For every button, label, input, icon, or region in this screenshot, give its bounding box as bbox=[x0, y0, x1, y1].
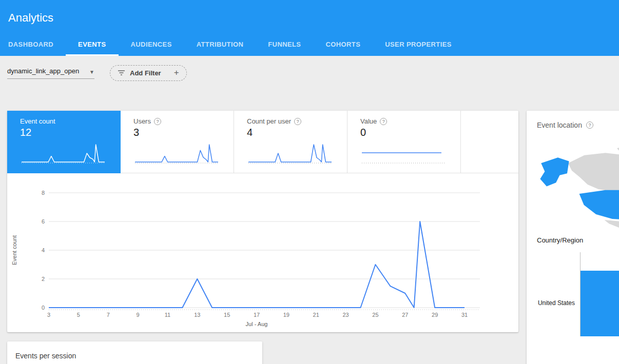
events-per-session-title: Events per session bbox=[15, 352, 254, 360]
metric-value: 3 bbox=[133, 127, 225, 138]
svg-text:21: 21 bbox=[313, 312, 319, 318]
country-bar-chart: United States bbox=[527, 252, 619, 336]
filter-list-icon bbox=[118, 70, 125, 76]
metric-card-event-count[interactable]: Event count12 bbox=[7, 111, 121, 173]
svg-text:0: 0 bbox=[42, 305, 45, 311]
tab-cohorts[interactable]: COHORTS bbox=[313, 33, 373, 56]
metric-row: Event count12Users?3Count per user?4Valu… bbox=[7, 111, 518, 173]
help-icon[interactable]: ? bbox=[294, 118, 301, 125]
metric-label: Value bbox=[360, 117, 377, 125]
app-title: Analytics bbox=[0, 0, 619, 33]
tab-audiences[interactable]: AUDIENCES bbox=[119, 33, 184, 56]
map-region-united-states[interactable] bbox=[579, 190, 619, 220]
metric-sparkline bbox=[360, 139, 448, 166]
events-metrics-card: Event count12Users?3Count per user?4Valu… bbox=[7, 111, 518, 332]
svg-text:9: 9 bbox=[137, 312, 140, 318]
help-icon[interactable]: ? bbox=[586, 122, 593, 129]
event-count-chart: Event count 0246835791113151719212325272… bbox=[7, 173, 518, 331]
y-axis-label: Event count bbox=[11, 235, 17, 265]
plus-icon: + bbox=[174, 68, 179, 78]
svg-text:23: 23 bbox=[342, 312, 349, 318]
dropdown-caret-icon: ▼ bbox=[89, 70, 94, 75]
filter-bar: dynamic_link_app_open ▼ Add Filter + bbox=[0, 56, 619, 90]
svg-text:29: 29 bbox=[432, 312, 438, 318]
metric-card-users[interactable]: Users?3 bbox=[121, 111, 234, 173]
svg-text:3: 3 bbox=[47, 312, 50, 318]
help-icon[interactable]: ? bbox=[380, 118, 387, 125]
tab-user-properties[interactable]: USER PROPERTIES bbox=[373, 33, 464, 56]
svg-text:8: 8 bbox=[42, 190, 45, 196]
help-icon[interactable]: ? bbox=[154, 118, 161, 125]
events-per-session-card: Events per session bbox=[7, 341, 262, 364]
add-filter-button[interactable]: Add Filter + bbox=[110, 65, 187, 81]
metric-label: Count per user bbox=[247, 117, 291, 125]
tab-bar: DASHBOARDEVENTSAUDIENCESATTRIBUTIONFUNNE… bbox=[0, 33, 619, 56]
metric-label: Users bbox=[133, 117, 151, 125]
event-location-card: Event location ? Country/Region United S… bbox=[527, 111, 619, 364]
event-selector-dropdown[interactable]: dynamic_link_app_open ▼ bbox=[7, 67, 94, 79]
svg-text:2: 2 bbox=[42, 276, 45, 282]
svg-text:31: 31 bbox=[461, 312, 468, 318]
country-labels-column: United States bbox=[527, 252, 580, 336]
country-bar[interactable] bbox=[581, 271, 619, 336]
metric-value: 0 bbox=[360, 127, 452, 138]
map-region-mexico bbox=[605, 220, 619, 234]
svg-text:15: 15 bbox=[224, 312, 230, 318]
svg-text:27: 27 bbox=[402, 312, 408, 318]
metric-sparkline bbox=[247, 139, 334, 166]
country-label: United States bbox=[527, 299, 580, 307]
tab-funnels[interactable]: FUNNELS bbox=[256, 33, 313, 56]
svg-text:5: 5 bbox=[77, 312, 80, 318]
svg-text:11: 11 bbox=[165, 312, 170, 318]
add-filter-label: Add Filter bbox=[130, 69, 161, 77]
metric-card-value[interactable]: Value?0 bbox=[347, 111, 461, 173]
tab-events[interactable]: EVENTS bbox=[66, 33, 118, 56]
event-count-line-chart: 0246835791113151719212325272931Jul - Aug bbox=[23, 183, 490, 331]
metric-value: 4 bbox=[247, 127, 339, 138]
event-location-map[interactable] bbox=[527, 134, 619, 234]
svg-text:13: 13 bbox=[194, 312, 200, 318]
metric-card-count-per-user[interactable]: Count per user?4 bbox=[234, 111, 347, 173]
metric-label: Event count bbox=[20, 117, 55, 125]
metric-sparkline bbox=[133, 139, 221, 166]
svg-text:25: 25 bbox=[372, 312, 378, 318]
metric-sparkline bbox=[20, 139, 107, 166]
country-region-label: Country/Region bbox=[527, 236, 619, 244]
svg-text:17: 17 bbox=[254, 312, 260, 318]
map-region-arctic-3 bbox=[617, 146, 619, 152]
tab-attribution[interactable]: ATTRIBUTION bbox=[184, 33, 256, 56]
tab-dashboard[interactable]: DASHBOARD bbox=[0, 33, 66, 56]
svg-text:Jul - Aug: Jul - Aug bbox=[246, 321, 268, 327]
svg-text:7: 7 bbox=[107, 312, 110, 318]
map-region-alaska[interactable] bbox=[540, 157, 569, 186]
svg-text:6: 6 bbox=[42, 218, 45, 225]
event-location-title: Event location bbox=[537, 121, 582, 129]
app-header: Analytics DASHBOARDEVENTSAUDIENCESATTRIB… bbox=[0, 0, 619, 56]
map-region-canada bbox=[568, 153, 619, 192]
country-bars-column bbox=[580, 252, 619, 336]
svg-text:19: 19 bbox=[283, 312, 289, 318]
svg-text:4: 4 bbox=[42, 247, 45, 253]
event-selector-value: dynamic_link_app_open bbox=[7, 67, 79, 75]
metric-value: 12 bbox=[20, 127, 112, 138]
event-location-title-row: Event location ? bbox=[527, 111, 619, 129]
